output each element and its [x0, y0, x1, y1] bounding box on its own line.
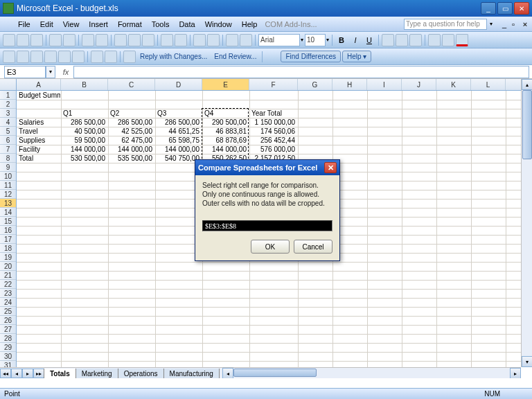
rev-ico6[interactable]	[72, 51, 85, 63]
cell-C8[interactable]: 535 500,00	[108, 154, 154, 163]
cell-D3[interactable]: Q3	[155, 109, 202, 118]
cell-F7[interactable]: 576 000,00	[249, 145, 297, 154]
cut-icon[interactable]	[114, 34, 127, 46]
cell-F4[interactable]: 1 150 000,00	[249, 118, 297, 127]
find-differences-button[interactable]: Find Differences	[281, 51, 341, 62]
cell-B4[interactable]: 286 500,00	[61, 118, 107, 127]
rev-ico9[interactable]	[123, 51, 136, 63]
cell-B3[interactable]: Q1	[61, 109, 107, 118]
menu-view[interactable]: View	[58, 19, 85, 30]
cell-B5[interactable]: 40 500,00	[61, 127, 107, 136]
row-header-8[interactable]: 8	[0, 154, 16, 163]
underline-button[interactable]: U	[363, 34, 375, 46]
spell-icon[interactable]	[82, 34, 94, 46]
cell-B7[interactable]: 144 000,00	[61, 145, 107, 154]
open-icon[interactable]	[17, 34, 29, 46]
col-header-J[interactable]: J	[402, 79, 436, 90]
cell-A1[interactable]: Budget Summary	[17, 91, 60, 100]
row-header-19[interactable]: 19	[0, 253, 16, 262]
row-header-16[interactable]: 16	[0, 226, 16, 235]
dialog-titlebar[interactable]: Compare Spreadsheets for Excel ✕	[195, 160, 339, 175]
align-left-icon[interactable]	[382, 34, 394, 46]
research-icon[interactable]	[96, 34, 108, 46]
scroll-up-icon[interactable]: ▴	[522, 79, 532, 90]
sheet-tab-operations[interactable]: Operations	[118, 369, 164, 379]
cell-A8[interactable]: Total	[17, 154, 60, 163]
row-header-14[interactable]: 14	[0, 208, 16, 217]
row-header-9[interactable]: 9	[0, 163, 16, 172]
italic-button[interactable]: I	[349, 34, 362, 46]
com-addins[interactable]: COM Add-Ins...	[265, 20, 317, 28]
cell-E5[interactable]: 46 883,81	[202, 127, 249, 136]
help-dropdown-icon[interactable]: ▾	[490, 21, 493, 27]
doc-minimize-button[interactable]: _	[502, 20, 506, 28]
row-header-4[interactable]: 4	[0, 118, 16, 127]
rev-ico1[interactable]	[3, 51, 15, 63]
cell-B6[interactable]: 59 500,00	[61, 136, 107, 145]
formula-bar[interactable]	[73, 66, 529, 78]
vscroll-thumb[interactable]	[522, 90, 532, 159]
save-icon[interactable]	[30, 34, 43, 46]
tab-prev-icon[interactable]: ◂	[11, 369, 22, 378]
rev-ico3[interactable]	[30, 51, 43, 63]
menu-insert[interactable]: Insert	[84, 19, 113, 30]
row-header-15[interactable]: 15	[0, 217, 16, 226]
reply-changes-button[interactable]: Reply with Changes...	[137, 51, 210, 62]
menu-help[interactable]: Help	[237, 19, 263, 30]
sort-desc-icon[interactable]	[207, 34, 220, 46]
cell-E4[interactable]: 290 500,00	[202, 118, 249, 127]
row-header-6[interactable]: 6	[0, 136, 16, 145]
restore-button[interactable]: ▭	[497, 2, 513, 15]
minimize-button[interactable]: _	[481, 2, 496, 15]
align-right-icon[interactable]	[409, 34, 422, 46]
cell-C7[interactable]: 144 000,00	[108, 145, 154, 154]
cell-F3[interactable]: Year Total	[249, 109, 297, 118]
rev-ico8[interactable]	[105, 51, 117, 63]
cell-F5[interactable]: 174 560,06	[249, 127, 297, 136]
print-icon[interactable]	[49, 34, 62, 46]
row-header-20[interactable]: 20	[0, 262, 16, 271]
cell-C6[interactable]: 62 475,00	[108, 136, 154, 145]
rev-ico7[interactable]	[91, 51, 103, 63]
col-header-C[interactable]: C	[108, 79, 155, 90]
cell-A6[interactable]: Supplies	[17, 136, 60, 145]
tab-next-icon[interactable]: ▸	[22, 369, 33, 378]
range-input[interactable]	[202, 220, 332, 231]
rev-ico4[interactable]	[44, 51, 57, 63]
menu-file[interactable]: File	[13, 19, 35, 30]
row-header-2[interactable]: 2	[0, 100, 16, 109]
row-header-23[interactable]: 23	[0, 289, 16, 298]
ok-button[interactable]: OK	[251, 240, 290, 254]
row-header-27[interactable]: 27	[0, 325, 16, 334]
col-header-B[interactable]: B	[61, 79, 108, 90]
row-header-1[interactable]: 1	[0, 91, 16, 100]
col-header-L[interactable]: L	[471, 79, 506, 90]
row-header-29[interactable]: 29	[0, 343, 16, 352]
font-select[interactable]: Arial	[258, 34, 300, 46]
cell-D6[interactable]: 65 598,75	[155, 136, 202, 145]
cell-D7[interactable]: 144 000,00	[155, 145, 202, 154]
row-header-11[interactable]: 11	[0, 181, 16, 190]
namebox-dropdown-icon[interactable]: ▾	[46, 66, 55, 78]
cancel-button[interactable]: Cancel	[294, 240, 332, 254]
cell-D5[interactable]: 44 651,25	[155, 127, 202, 136]
vertical-scrollbar[interactable]: ▴ ▾	[521, 79, 532, 367]
menu-format[interactable]: Format	[113, 19, 147, 30]
cell-A5[interactable]: Travel	[17, 127, 60, 136]
redo-icon[interactable]	[175, 34, 187, 46]
row-header-13[interactable]: 13	[0, 199, 16, 208]
doc-close-button[interactable]: ×	[520, 19, 530, 29]
sheet-tab-totals[interactable]: Totals	[44, 369, 76, 379]
cell-C5[interactable]: 42 525,00	[108, 127, 154, 136]
rev-ico5[interactable]	[58, 51, 71, 63]
close-button[interactable]: ✕	[514, 2, 529, 15]
row-header-17[interactable]: 17	[0, 235, 16, 244]
fx-button[interactable]: fx	[60, 66, 72, 78]
row-header-10[interactable]: 10	[0, 172, 16, 181]
row-header-25[interactable]: 25	[0, 307, 16, 316]
row-header-7[interactable]: 7	[0, 145, 16, 154]
menu-edit[interactable]: Edit	[35, 19, 58, 30]
menu-tools[interactable]: Tools	[147, 19, 175, 30]
cell-B8[interactable]: 530 500,00	[61, 154, 107, 163]
row-header-24[interactable]: 24	[0, 298, 16, 307]
